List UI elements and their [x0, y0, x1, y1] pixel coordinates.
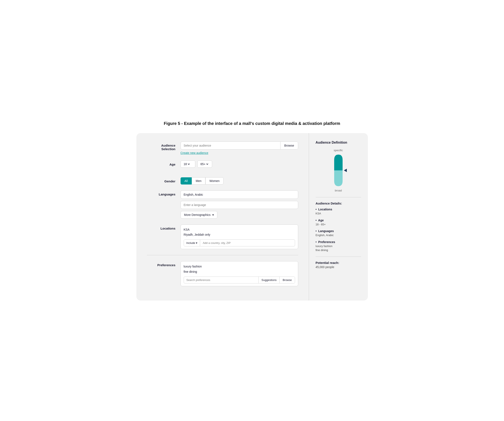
- more-demographics-label: More Demographics: [184, 213, 211, 216]
- age-content: 18 65+: [180, 160, 298, 171]
- age-to-select[interactable]: 65+: [197, 160, 212, 168]
- gender-buttons: All Men Women: [180, 177, 298, 184]
- age-row: Age 18 65+: [147, 160, 298, 171]
- preferences-content: luxury fashion fine dining Suggestions B…: [180, 261, 298, 286]
- bullet-icon: •: [316, 240, 317, 244]
- preferences-label: Preferences: [147, 261, 180, 267]
- location-box: KSA Riyadh, Jeddah only Include ▾: [180, 225, 298, 249]
- detail-locations-label: • Locations: [316, 208, 361, 211]
- capsule-wrapper: [332, 153, 345, 187]
- languages-label: Languages: [147, 190, 180, 196]
- pref-line2: fine dining: [184, 269, 295, 275]
- age-selects-row: 18 65+: [180, 160, 298, 168]
- bullet-icon: •: [316, 229, 317, 233]
- audience-browse-button[interactable]: Browse: [280, 142, 298, 149]
- preferences-browse-button[interactable]: Browse: [279, 277, 295, 283]
- locations-content: KSA Riyadh, Jeddah only Include ▾: [180, 225, 298, 249]
- right-divider-2: [316, 256, 361, 257]
- bullet-icon: •: [316, 219, 317, 222]
- more-demographics-button[interactable]: More Demographics ▾: [180, 211, 217, 219]
- gender-label: Gender: [147, 177, 180, 183]
- page-wrapper: Figure 5 - Example of the interface of a…: [136, 121, 368, 300]
- audience-search-input[interactable]: [181, 142, 280, 149]
- right-panel: Audience Definition specific broad: [309, 133, 368, 300]
- detail-languages: • Languages English, Arabic: [316, 229, 361, 237]
- gender-women-button[interactable]: Women: [205, 177, 223, 184]
- detail-locations-value: KSA: [316, 211, 361, 216]
- language-input[interactable]: [180, 201, 298, 209]
- potential-reach-value: 45,000 people: [316, 265, 361, 269]
- main-container: Audience Selection Browse Create new aud…: [136, 133, 368, 300]
- location-line1: KSA: [184, 227, 295, 232]
- languages-value-box: English, Arabic: [180, 190, 298, 199]
- detail-age: • Age 18 - 65+: [316, 219, 361, 227]
- detail-languages-label: • Languages: [316, 229, 361, 233]
- detail-age-value: 18 - 65+: [316, 222, 361, 227]
- languages-content: English, Arabic More Demographics ▾: [180, 190, 298, 219]
- include-label: Include: [186, 241, 195, 244]
- preferences-box: luxury fashion fine dining Suggestions B…: [180, 261, 298, 286]
- capsule-pointer-arrow: [344, 169, 347, 172]
- audience-selection-row: Audience Selection Browse Create new aud…: [147, 141, 298, 155]
- capsule-label-broad: broad: [335, 189, 342, 192]
- locations-label: Locations: [147, 225, 180, 230]
- preferences-value: luxury fashion fine dining: [184, 264, 295, 275]
- detail-locations: • Locations KSA: [316, 208, 361, 216]
- gender-all-button[interactable]: All: [180, 177, 192, 184]
- age-to-select-input[interactable]: 65+: [200, 162, 209, 166]
- bullet-icon: •: [316, 208, 317, 211]
- audience-details-title: Audience Details:: [316, 201, 361, 205]
- audience-definition-title: Audience Definition: [316, 141, 361, 145]
- include-button[interactable]: Include ▾: [184, 240, 200, 246]
- detail-preferences-value: luxury fashion fine dining: [316, 244, 361, 252]
- section-divider: [147, 255, 298, 255]
- location-value: KSA Riyadh, Jeddah only: [184, 227, 295, 237]
- capsule-container: specific broad: [316, 149, 361, 192]
- location-add-input[interactable]: [200, 240, 295, 246]
- pref-line1: luxury fashion: [184, 264, 295, 269]
- include-chevron-icon: ▾: [196, 241, 197, 244]
- preferences-search-input[interactable]: [184, 277, 258, 283]
- potential-reach-title: Potential reach:: [316, 261, 361, 264]
- detail-preferences-label: • Preferences: [316, 240, 361, 244]
- capsule-label-specific: specific: [334, 149, 343, 152]
- gender-men-button[interactable]: Men: [192, 177, 205, 184]
- chevron-down-icon: ▾: [212, 213, 214, 216]
- gender-content: All Men Women: [180, 177, 298, 184]
- age-from-select[interactable]: 18: [180, 160, 195, 168]
- right-divider: [316, 197, 361, 197]
- gender-row: Gender All Men Women: [147, 177, 298, 184]
- locations-row: Locations KSA Riyadh, Jeddah only Includ…: [147, 225, 298, 249]
- languages-value: English, Arabic: [184, 193, 203, 196]
- age-label: Age: [147, 160, 180, 166]
- preferences-search-row: Suggestions Browse: [184, 276, 295, 283]
- create-new-audience-link[interactable]: Create new audience: [180, 151, 298, 155]
- preferences-row: Preferences luxury fashion fine dining S…: [147, 261, 298, 286]
- include-row: Include ▾: [184, 239, 295, 246]
- age-from-select-input[interactable]: 18: [183, 162, 191, 166]
- capsule-svg: [332, 153, 345, 187]
- location-line2: Riyadh, Jeddah only: [184, 232, 295, 237]
- left-panel: Audience Selection Browse Create new aud…: [136, 133, 309, 300]
- audience-selection-content: Browse Create new audience: [180, 141, 298, 155]
- audience-selection-label: Audience Selection: [147, 141, 180, 151]
- detail-age-label: • Age: [316, 219, 361, 222]
- audience-input-row: Browse: [180, 141, 298, 150]
- figure-title: Figure 5 - Example of the interface of a…: [136, 121, 368, 126]
- languages-row: Languages English, Arabic More Demograph…: [147, 190, 298, 219]
- suggestions-button[interactable]: Suggestions: [258, 277, 280, 283]
- detail-preferences: • Preferences luxury fashion fine dining: [316, 240, 361, 252]
- detail-languages-value: English, Arabic: [316, 233, 361, 237]
